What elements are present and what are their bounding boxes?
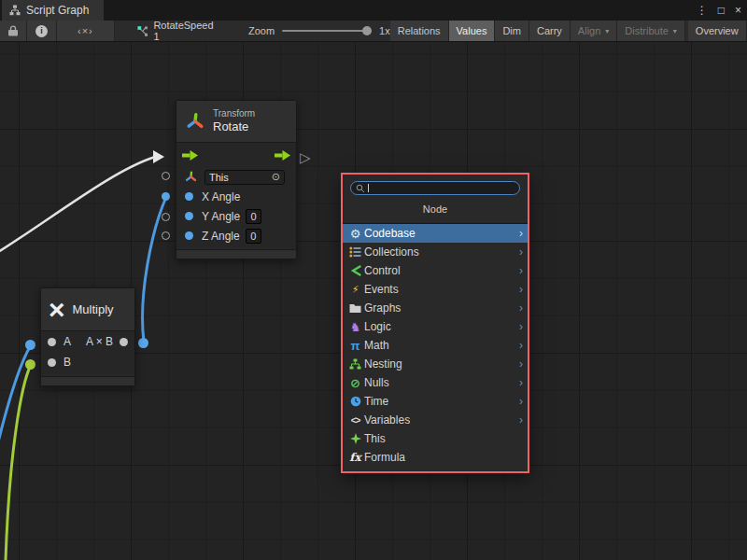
value-wire-into-b[interactable] <box>6 365 31 560</box>
finder-item-math[interactable]: π Math › <box>343 336 528 355</box>
subgraph-icon <box>347 358 363 370</box>
more-menu-icon[interactable]: ⋮ <box>697 4 708 17</box>
node-title: Rotate <box>213 119 255 134</box>
finder-item-formula[interactable]: fx Formula <box>343 448 528 467</box>
zoom-label: Zoom <box>248 25 275 36</box>
chevron-right-icon: › <box>519 413 523 427</box>
info-icon: i <box>35 25 48 37</box>
object-picker-icon[interactable]: ⊙ <box>272 171 280 183</box>
graph-icon <box>9 5 21 16</box>
flow-input-port[interactable] <box>153 150 164 163</box>
breadcrumb[interactable]: RotateSpeed 1 <box>128 21 224 41</box>
align-dropdown[interactable]: Align ▾ <box>571 21 617 41</box>
this-port-outer[interactable] <box>162 172 170 180</box>
lock-button[interactable] <box>0 21 27 41</box>
finder-item-control[interactable]: Control › <box>343 261 528 280</box>
z-angle-port[interactable] <box>185 231 193 240</box>
values-button[interactable]: Values <box>449 21 496 41</box>
y-angle-row[interactable]: Y Angle 0 <box>176 206 296 226</box>
finder-item-nulls[interactable]: ⊘ Nulls › <box>343 373 528 392</box>
rotate-node-header[interactable]: Transform Rotate <box>176 101 296 143</box>
finder-search-input[interactable] <box>350 181 520 195</box>
dim-button[interactable]: Dim <box>495 21 529 41</box>
node-footer <box>41 376 134 385</box>
multiply-a-row[interactable]: A A × B <box>41 331 134 352</box>
text-caret <box>368 184 369 192</box>
tab-bar: Script Graph ⋮ □ × <box>0 0 747 21</box>
finder-item-events[interactable]: ⚡ Events › <box>343 280 528 299</box>
distribute-dropdown[interactable]: Distribute ▾ <box>617 21 684 41</box>
finder-item-collections[interactable]: Collections › <box>343 243 528 261</box>
x-angle-port-outer[interactable] <box>162 192 170 201</box>
branch-icon <box>347 265 363 276</box>
rotate-node[interactable]: Transform Rotate This ⊙ <box>176 100 297 259</box>
chevron-right-icon: › <box>519 357 523 371</box>
tab-label: Script Graph <box>26 4 89 17</box>
zoom-control: Zoom 1x <box>248 21 390 41</box>
this-port-row[interactable]: This ⊙ <box>176 167 296 187</box>
maximize-icon[interactable]: □ <box>718 4 725 17</box>
relations-button[interactable]: Relations <box>390 21 449 41</box>
zoom-slider[interactable] <box>282 30 372 32</box>
x-angle-row[interactable]: X Angle <box>176 187 296 206</box>
finder-item-nesting[interactable]: Nesting › <box>343 355 528 373</box>
lightning-icon: ⚡ <box>347 284 363 296</box>
finder-item-time[interactable]: Time › <box>343 392 528 411</box>
chevron-right-icon: › <box>519 339 523 352</box>
flow-wire-white[interactable] <box>0 157 155 254</box>
tab-script-graph[interactable]: Script Graph <box>2 0 104 21</box>
a-input-port[interactable] <box>48 338 56 346</box>
chevron-right-icon: › <box>519 245 523 259</box>
toolbar-right-group: Relations Values Dim Carry Align ▾ Distr… <box>390 21 747 41</box>
multiply-node[interactable]: × Multiply A A × B B <box>40 287 135 386</box>
graph-toolbar: i ‹×› RotateSpeed 1 Zoom 1x Relations Va… <box>0 21 747 42</box>
gear-icon: ⚙ <box>347 227 363 241</box>
carry-button[interactable]: Carry <box>529 21 571 41</box>
chevron-right-icon: › <box>519 227 523 240</box>
finder-item-logic[interactable]: ♞ Logic › <box>343 317 528 336</box>
multiply-icon: × <box>49 291 65 329</box>
null-icon: ⊘ <box>347 376 363 390</box>
angle-brackets-icon: <> <box>347 415 363 426</box>
multiply-b-wire-end[interactable] <box>25 359 35 370</box>
chevron-right-icon: › <box>519 283 523 296</box>
list-icon <box>347 246 363 258</box>
close-icon[interactable]: × <box>735 4 741 17</box>
y-angle-port[interactable] <box>185 212 193 220</box>
flow-out-arrow-icon[interactable] <box>275 150 290 161</box>
z-angle-port-outer[interactable] <box>162 231 170 240</box>
lock-icon <box>8 25 18 36</box>
finder-item-codebase[interactable]: ⚙ Codebase › <box>343 224 528 243</box>
fx-icon: fx <box>347 451 363 464</box>
zoom-slider-handle[interactable] <box>362 26 372 35</box>
chevron-right-icon: › <box>519 301 523 315</box>
y-angle-port-outer[interactable] <box>162 213 170 221</box>
graph-canvas[interactable]: ▷ Transform Rotate <box>0 42 747 560</box>
finder-item-variables[interactable]: <> Variables › <box>343 411 528 429</box>
node-footer <box>176 249 296 259</box>
node-finder-popup: Node ⚙ Codebase › Collections › <box>341 173 529 473</box>
finder-item-this[interactable]: This <box>343 429 528 448</box>
multiply-b-row[interactable]: B <box>41 352 134 372</box>
inspect-button[interactable]: i <box>27 21 57 41</box>
this-object-field[interactable]: This ⊙ <box>204 170 285 185</box>
node-title: Multiply <box>73 302 114 316</box>
multiply-a-wire-end[interactable] <box>25 340 35 350</box>
x-angle-port[interactable] <box>185 192 193 201</box>
flow-output-port[interactable]: ▷ <box>300 150 311 164</box>
multiply-output-wire-end[interactable] <box>138 338 148 348</box>
finder-item-graphs[interactable]: Graphs › <box>343 299 528 317</box>
flow-in-arrow-icon[interactable] <box>182 150 198 161</box>
b-input-port[interactable] <box>48 358 56 367</box>
z-angle-row[interactable]: Z Angle 0 <box>176 226 296 245</box>
knight-icon: ♞ <box>347 320 363 334</box>
output-label: A × B <box>86 335 113 348</box>
product-output-port[interactable] <box>120 338 128 346</box>
z-angle-input[interactable]: 0 <box>246 229 261 244</box>
multiply-node-header[interactable]: × Multiply <box>41 288 134 331</box>
code-view-button[interactable]: ‹×› <box>57 21 115 41</box>
finder-list: ⚙ Codebase › Collections › <box>343 223 528 467</box>
overview-button[interactable]: Overview <box>688 21 747 41</box>
star-icon <box>347 433 363 444</box>
y-angle-input[interactable]: 0 <box>246 209 261 224</box>
